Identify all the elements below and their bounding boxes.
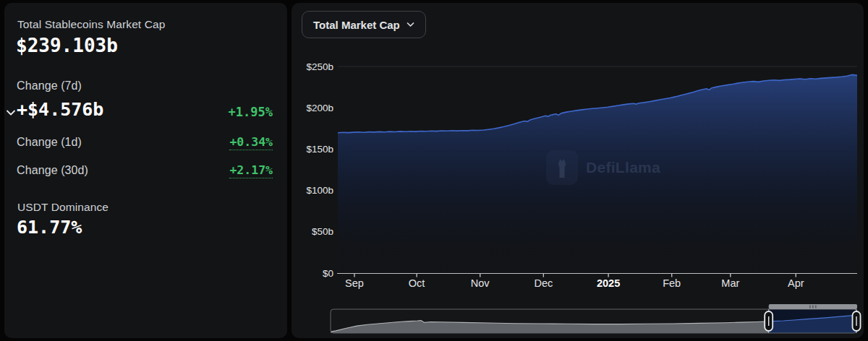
chart-panel: Total Market Cap DefiLlama $250b$200b$15… <box>292 3 864 338</box>
x-axis-tick-label: Nov <box>471 277 490 289</box>
change-1d-label: Change (1d) <box>17 136 82 149</box>
stats-panel: Total Stablecoins Market Cap $239.103b C… <box>4 3 287 338</box>
change-1d-pct[interactable]: +0.34% <box>229 135 273 150</box>
x-axis-tick-label: Dec <box>534 277 553 289</box>
x-axis-tick-label: Apr <box>788 277 804 289</box>
usdt-dominance-label: USDT Dominance <box>17 201 109 214</box>
change-7d-value: +$4.576b <box>17 99 103 120</box>
x-axis-tick-label: Oct <box>409 277 425 289</box>
collapse-chevron-icon[interactable] <box>6 106 16 119</box>
change-7d-pct: +1.95% <box>229 105 273 119</box>
y-axis-tick-label: $250b <box>306 61 333 72</box>
y-axis-tick-label: $150b <box>306 144 333 155</box>
market-cap-label: Total Stablecoins Market Cap <box>17 18 165 31</box>
x-axis-tick-label: Mar <box>721 277 739 289</box>
x-axis-tick-label: Sep <box>345 277 364 289</box>
x-axis-tick-label: 2025 <box>597 277 620 289</box>
y-axis-tick-label: $0 <box>323 268 333 279</box>
area-fill <box>338 74 857 273</box>
change-30d-label: Change (30d) <box>17 164 88 177</box>
y-axis-tick-label: $50b <box>312 226 333 237</box>
y-axis-tick-label: $200b <box>306 103 333 113</box>
usdt-dominance-value: 61.77% <box>17 217 82 238</box>
change-7d-label: Change (7d) <box>17 79 82 92</box>
change-30d-pct[interactable]: +2.17% <box>229 163 273 178</box>
timeline-brush[interactable] <box>292 295 864 337</box>
y-axis-tick-label: $100b <box>306 185 333 196</box>
market-cap-value: $239.103b <box>16 35 118 56</box>
x-axis-tick-label: Feb <box>663 277 681 289</box>
stablecoins-area-chart[interactable]: $250b$200b$150b$100b$50b$0SepOctNovDec20… <box>292 3 864 295</box>
